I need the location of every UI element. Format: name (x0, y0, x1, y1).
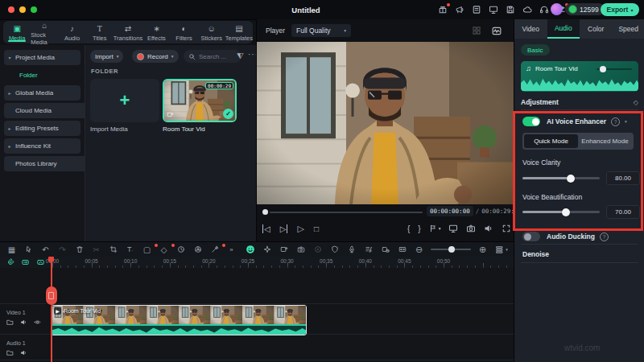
cloud-upload-icon[interactable] (522, 5, 532, 14)
redo-icon[interactable]: ↷ (54, 245, 71, 254)
video-preview[interactable] (256, 42, 514, 204)
keyframe-icon[interactable]: ◇ (155, 245, 172, 254)
seek-handle[interactable] (262, 209, 268, 215)
chevron-down-icon[interactable]: ▾ (625, 119, 627, 124)
color-wheel-icon[interactable] (189, 245, 206, 253)
voice-clarity-value[interactable]: 80.00 (606, 171, 640, 185)
feedback-icon[interactable] (472, 5, 481, 14)
basic-pill-button[interactable]: Basic (521, 44, 550, 56)
audio-ducking-toggle[interactable] (522, 232, 540, 241)
stop-button[interactable]: □ (314, 224, 319, 233)
fit-timeline-icon[interactable] (394, 245, 411, 253)
tab-titles[interactable]: TTitles (86, 23, 114, 42)
voiceover-mic-icon[interactable] (343, 245, 360, 253)
play-button[interactable]: ▷ (297, 224, 303, 234)
gift-icon[interactable] (438, 5, 448, 14)
snapshot-icon[interactable] (466, 224, 476, 233)
mute-track-icon[interactable] (20, 349, 27, 356)
close-window-button[interactable] (8, 6, 14, 13)
sidebar-item-project-media[interactable]: ▾Project Media (4, 50, 80, 65)
help-icon[interactable]: ? (600, 232, 609, 241)
magic-wand-icon[interactable] (206, 245, 223, 253)
fullscreen-icon[interactable] (502, 224, 511, 233)
preview-volume-icon[interactable] (484, 224, 493, 233)
sidebar-item-cloud-media[interactable]: Cloud Media (4, 103, 92, 118)
beat-detect-icon[interactable] (360, 245, 377, 253)
preview-display-icon[interactable] (448, 224, 458, 233)
timeline-zoom-handle[interactable] (448, 246, 455, 253)
tab-audio[interactable]: ♪Audio (58, 23, 85, 42)
snapshot-clip-icon[interactable] (292, 245, 309, 253)
mark-in-button[interactable]: { (407, 224, 410, 233)
playhead-head[interactable] (48, 257, 54, 262)
auto-ripple-icon[interactable] (21, 258, 30, 266)
protect-icon[interactable] (326, 245, 343, 253)
voice-beautification-slider[interactable] (522, 211, 600, 213)
split-icon[interactable]: ✂ (88, 245, 105, 254)
sidebar-item-global-media[interactable]: ▸Global Media (4, 85, 80, 101)
marker-dropdown[interactable]: ▾ (429, 224, 441, 232)
zoom-out-icon[interactable]: ⊖ (411, 245, 427, 255)
tab-stickers[interactable]: ☺Stickers (198, 23, 225, 42)
sidebar-item-photos-library[interactable]: Photos Library (4, 156, 92, 171)
search-input[interactable]: Search ... (184, 50, 242, 63)
tab-color[interactable]: Color (580, 19, 613, 39)
help-icon[interactable]: ? (611, 117, 620, 126)
timeline-zoom-slider[interactable] (431, 249, 471, 250)
clip-duration-icon[interactable] (377, 245, 394, 253)
track-manager-icon[interactable]: ▾ (491, 245, 512, 254)
whats-new-icon[interactable] (455, 5, 464, 14)
zoom-window-button[interactable] (31, 6, 37, 13)
audio-clip-card[interactable]: ♫ Room Tour Vid (521, 61, 638, 92)
crop-icon[interactable] (105, 245, 122, 253)
undo-icon[interactable]: ↶ (37, 245, 54, 254)
filter-icon[interactable]: ⧨ (237, 51, 244, 61)
quick-mode-button[interactable]: Quick Mode (524, 134, 578, 148)
voice-beautification-value[interactable]: 70.00 (606, 205, 640, 219)
ai-portrait-icon[interactable] (242, 245, 258, 254)
tab-video[interactable]: Video (514, 19, 547, 39)
enhanced-mode-button[interactable]: Enhanced Mode (578, 134, 632, 148)
record-dropdown[interactable]: Record ▾ (132, 50, 179, 63)
playhead-marker[interactable] (46, 286, 57, 305)
render-preview-icon[interactable] (309, 245, 326, 253)
select-tool-icon[interactable] (20, 245, 37, 253)
display-icon[interactable] (489, 5, 498, 14)
mark-out-button[interactable]: } (418, 224, 420, 233)
tab-templates[interactable]: ▤Templates (225, 23, 253, 42)
audio-clip-slider-handle[interactable] (600, 66, 606, 72)
mask-tool-icon[interactable]: ▢ (138, 245, 155, 254)
preview-quality-icon[interactable] (36, 258, 45, 266)
delete-icon[interactable] (71, 245, 88, 253)
ai-enhance-icon[interactable] (258, 245, 275, 253)
seek-bar[interactable] (270, 212, 423, 213)
coin-balance[interactable]: 12599 (565, 3, 605, 15)
ai-voice-enhancer-toggle[interactable] (522, 117, 540, 126)
minimize-window-button[interactable] (19, 6, 26, 13)
adjustment-header[interactable]: Adjustment ◇ (521, 98, 638, 106)
tab-audio-properties[interactable]: Audio (547, 19, 580, 39)
voice-beautification-slider-handle[interactable] (562, 208, 570, 216)
keyframe-diamond-icon[interactable]: ◇ (634, 99, 638, 106)
text-tool-icon[interactable]: T. (122, 245, 138, 253)
snapping-magnet-icon[interactable] (6, 258, 14, 266)
import-dropdown[interactable]: Import ▾ (90, 50, 123, 63)
add-clip-icon[interactable] (275, 245, 292, 253)
multi-view-icon[interactable] (472, 26, 481, 35)
next-frame-button[interactable]: ▷ (280, 224, 288, 233)
previous-frame-button[interactable]: ◁ (262, 224, 270, 233)
timeline-ruler[interactable]: 00:00 00:05 00:10 00:15 00:20 00:25 00:3… (0, 257, 514, 268)
import-media-tile[interactable]: + (90, 79, 159, 122)
export-button[interactable]: Export ▾ (601, 3, 639, 16)
lock-track-icon[interactable] (6, 319, 14, 326)
sidebar-item-editing-presets[interactable]: ▸Editing Presets (4, 121, 80, 136)
tab-stock-media[interactable]: ⌂Stock Media (31, 19, 58, 46)
zoom-in-icon[interactable]: ⊕ (474, 245, 491, 255)
lock-track-icon[interactable] (6, 349, 14, 356)
more-tools-icon[interactable]: » (223, 246, 240, 253)
support-icon[interactable] (539, 5, 549, 14)
sidebar-item-influence-kit[interactable]: ▸Influence Kit (4, 138, 80, 154)
sidebar-item-folder[interactable]: Folder (4, 68, 96, 83)
timeline-clip[interactable]: ▶ Room Tour Vid (51, 305, 307, 335)
voice-clarity-slider[interactable] (522, 177, 600, 179)
